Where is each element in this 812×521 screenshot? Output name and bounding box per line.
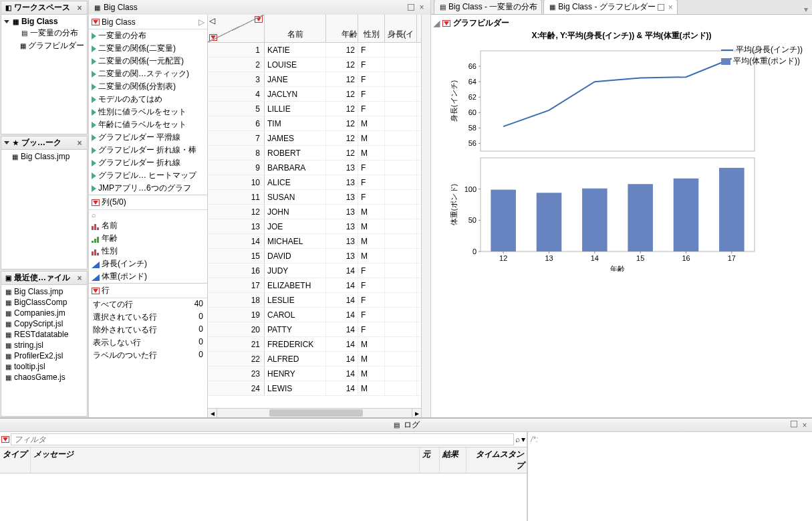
run-icon[interactable]	[92, 96, 96, 103]
hotspot-icon[interactable]	[92, 288, 100, 294]
table-row[interactable]: 21FREDERICK14M	[208, 337, 421, 352]
cell-name[interactable]: LILLIE	[265, 102, 326, 116]
run-icon[interactable]	[92, 173, 96, 179]
script-item[interactable]: グラフビルダー 平滑線	[89, 131, 207, 144]
table-row[interactable]: 22ALFRED14M	[208, 352, 421, 367]
table-row[interactable]: 24LEWIS14M	[208, 381, 421, 396]
script-item[interactable]: 性別に値ラベルをセット	[89, 106, 207, 118]
row-stat[interactable]: ラベルのついた行0	[89, 349, 207, 362]
cell-sex[interactable]: F	[358, 278, 385, 292]
row-number[interactable]: 24	[208, 381, 265, 395]
script-item[interactable]: JMPアプリ…6つのグラフ	[89, 182, 207, 195]
cell-age[interactable]: 13	[326, 175, 358, 189]
cell-age[interactable]: 12	[326, 146, 358, 160]
tab-distribution[interactable]: ▤ Big Class - 一変量の分布	[434, 0, 542, 14]
cell-name[interactable]: JANE	[265, 72, 326, 86]
run-icon[interactable]	[92, 45, 96, 52]
cell-sex[interactable]: M	[358, 352, 385, 366]
recent-file-item[interactable]: ▦Big Class.jmp	[1, 286, 87, 297]
cell-height[interactable]	[385, 308, 417, 322]
cell-height[interactable]	[385, 58, 417, 72]
disclosure-icon[interactable]: ◢	[434, 19, 440, 28]
script-item[interactable]: グラフビル… ヒートマップ	[89, 169, 207, 182]
run-icon[interactable]	[92, 122, 96, 128]
cell-age[interactable]: 12	[326, 131, 358, 145]
cell-name[interactable]: PATTY	[265, 322, 326, 336]
log-col-type[interactable]: タイプ	[0, 447, 31, 473]
cell-height[interactable]	[385, 87, 417, 101]
column-item[interactable]: 身長(インチ)	[89, 257, 207, 270]
cell-age[interactable]: 13	[326, 161, 358, 175]
run-icon[interactable]	[92, 84, 96, 90]
cell-name[interactable]: JAMES	[265, 131, 326, 145]
tab-close-icon[interactable]: ×	[666, 3, 673, 12]
horizontal-scrollbar[interactable]: ◂ ▸	[208, 408, 421, 417]
cell-height[interactable]	[385, 367, 417, 381]
chart-canvas[interactable]: 565860626466身長(インチ)050100体重(ポンド)12131415…	[447, 44, 808, 272]
cell-age[interactable]: 14	[326, 293, 358, 307]
script-item[interactable]: グラフビルダー 折れ線	[89, 157, 207, 169]
cell-height[interactable]	[385, 381, 417, 395]
cell-height[interactable]	[385, 131, 417, 145]
cell-sex[interactable]: F	[358, 87, 385, 101]
run-icon[interactable]	[92, 71, 96, 78]
hotspot-icon[interactable]	[442, 20, 450, 27]
scrollbar-thumb[interactable]	[269, 409, 363, 417]
cell-height[interactable]	[385, 264, 417, 278]
recent-file-item[interactable]: ▦string.jsl	[1, 340, 87, 350]
cell-name[interactable]: FREDERICK	[265, 337, 326, 351]
row-number[interactable]: 23	[208, 367, 265, 381]
row-number[interactable]: 18	[208, 293, 265, 307]
row-number[interactable]: 7	[208, 131, 265, 145]
run-icon[interactable]	[92, 58, 96, 65]
log-close-icon[interactable]: ×	[800, 421, 809, 430]
row-stat[interactable]: すべての行40	[89, 298, 207, 311]
cell-sex[interactable]: M	[358, 116, 385, 130]
row-number[interactable]: 12	[208, 205, 265, 219]
table-row[interactable]: 19CAROL14F	[208, 308, 421, 322]
log-col-source[interactable]: 元	[420, 447, 440, 473]
table-row[interactable]: 16JUDY14F	[208, 264, 421, 278]
row-number[interactable]: 1	[208, 43, 265, 57]
cell-sex[interactable]: M	[358, 337, 385, 351]
table-row[interactable]: 9BARBARA13F	[208, 161, 421, 175]
row-number[interactable]: 20	[208, 322, 265, 336]
cell-sex[interactable]: M	[358, 367, 385, 381]
cell-age[interactable]: 12	[326, 87, 358, 101]
cell-name[interactable]: LOUISE	[265, 58, 326, 72]
row-stat[interactable]: 除外されている行0	[89, 324, 207, 336]
table-corner[interactable]: ◁	[208, 15, 265, 42]
cell-sex[interactable]: M	[358, 205, 385, 219]
table-row[interactable]: 18LESLIE14F	[208, 293, 421, 308]
hotspot-icon[interactable]	[255, 16, 263, 23]
cell-age[interactable]: 13	[326, 234, 358, 248]
bookmark-item[interactable]: ▦ Big Class.jmp	[1, 151, 87, 162]
cell-sex[interactable]: F	[358, 308, 385, 322]
cell-height[interactable]	[385, 161, 417, 175]
cell-age[interactable]: 14	[326, 264, 358, 278]
cell-age[interactable]: 14	[326, 322, 358, 336]
recent-file-item[interactable]: ▦BigClassComp	[1, 297, 87, 308]
bookmark-close-icon[interactable]: ×	[75, 138, 84, 148]
table-row[interactable]: 5LILLIE12F	[208, 102, 421, 116]
cell-sex[interactable]: M	[358, 381, 385, 395]
script-item[interactable]: 一変量の分布	[89, 29, 207, 42]
table-row[interactable]: 10ALICE13F	[208, 175, 421, 190]
legend-item[interactable]: 平均(身長(インチ))	[721, 44, 803, 56]
hotspot-icon[interactable]	[1, 436, 9, 443]
hotspot-icon[interactable]	[92, 19, 100, 25]
maximize-icon[interactable]	[791, 421, 797, 427]
recent-file-item[interactable]: ▦RESTdatatable	[1, 329, 87, 340]
cell-sex[interactable]: F	[358, 43, 385, 57]
column-item[interactable]: 体重(ポンド)	[89, 270, 207, 283]
cell-sex[interactable]: F	[358, 161, 385, 175]
cell-sex[interactable]: F	[358, 293, 385, 307]
table-row[interactable]: 14MICHAEL13M	[208, 234, 421, 249]
col-header-name[interactable]: 名前	[265, 15, 326, 42]
cell-name[interactable]: TIM	[265, 116, 326, 130]
cell-name[interactable]: JOE	[265, 219, 326, 233]
cell-height[interactable]	[385, 234, 417, 248]
cell-height[interactable]	[385, 337, 417, 351]
recent-file-item[interactable]: ▦chaosGame.js	[1, 372, 87, 383]
table-row[interactable]: 4JACLYN12F	[208, 87, 421, 102]
